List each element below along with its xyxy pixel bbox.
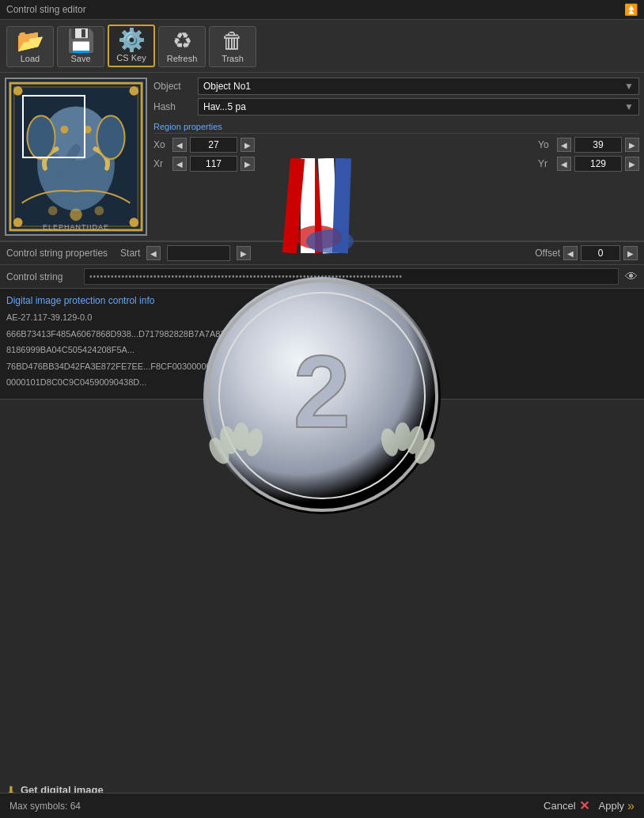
object-label: Object [153, 81, 193, 92]
yr-input[interactable] [574, 156, 622, 172]
svg-point-29 [205, 434, 233, 467]
apply-label: Apply [599, 800, 625, 812]
offset-section: Offset ◀ ▶ [535, 245, 638, 261]
load-button[interactable]: 📂 Load [6, 26, 54, 67]
svg-point-17 [94, 206, 104, 216]
xo-inc-button[interactable]: ▶ [241, 138, 255, 152]
load-label: Load [21, 54, 40, 63]
properties-panel: Object Object No1 ▼ Hash Hav...5 pa ▼ Re… [153, 78, 639, 236]
offset-dec-button[interactable]: ◀ [563, 246, 578, 260]
svg-point-4 [129, 86, 138, 96]
hash-value: Hav...5 pa [203, 101, 246, 112]
apply-arrows-icon: » [627, 799, 635, 813]
xr-input[interactable] [190, 156, 237, 172]
svg-point-35 [395, 422, 411, 451]
svg-point-32 [243, 426, 266, 458]
object-dropdown-arrow: ▼ [624, 81, 634, 92]
yo-dec-button[interactable]: ◀ [557, 138, 571, 152]
svg-point-15 [70, 209, 82, 222]
dip-header: Digital image protection control info [6, 295, 638, 306]
ctrl-props-row: Control string properties Start ◀ ▶ Offs… [0, 241, 644, 265]
dip-line-2: 666B73413F485A6067868D938...D717982828B7… [6, 328, 638, 341]
svg-point-33 [411, 434, 438, 467]
trash-button[interactable]: 🗑 Trash [209, 26, 256, 67]
start-label: Start [120, 248, 140, 259]
start-input[interactable] [167, 245, 230, 261]
cancel-label: Cancel [544, 800, 575, 812]
dip-section: Digital image protection control info AE… [0, 289, 644, 400]
title-bar-text: Control sting editor [6, 4, 86, 15]
cskey-label: CS Key [116, 53, 146, 62]
object-row: Object Object No1 ▼ [153, 78, 639, 95]
apply-button[interactable]: Apply » [599, 799, 635, 813]
yo-label: Yo [538, 139, 554, 150]
cancel-x-icon: ✕ [579, 798, 589, 813]
title-bar: Control sting editor ⏫ [0, 0, 644, 20]
hash-label: Hash [153, 101, 193, 112]
yr-label: Yr [538, 158, 554, 169]
object-select[interactable]: Object No1 ▼ [198, 78, 639, 95]
yr-dec-button[interactable]: ◀ [557, 157, 571, 171]
xr-dec-button[interactable]: ◀ [172, 157, 187, 171]
svg-point-30 [218, 424, 241, 456]
cskey-icon: ⚙️ [118, 29, 146, 51]
offset-inc-button[interactable]: ▶ [623, 246, 638, 260]
cancel-button[interactable]: Cancel ✕ [544, 798, 589, 813]
yo-inc-button[interactable]: ▶ [625, 138, 639, 152]
ctrl-string-label: Control string [6, 271, 78, 282]
trash-icon: 🗑 [222, 30, 244, 52]
offset-label: Offset [535, 248, 560, 259]
ctrl-string-dots: ••••••••••••••••••••••••••••••••••••••••… [84, 268, 619, 285]
dip-line-3b: 0000101D8C0C9C04590090438D... [6, 376, 638, 389]
dip-text: AE-27.117-39.129-0.0 666B73413F485A60678… [6, 311, 638, 389]
object-value: Object No1 [203, 81, 251, 92]
eye-icon[interactable]: 👁 [625, 270, 638, 284]
save-button[interactable]: 💾 Save [57, 26, 104, 67]
refresh-button[interactable]: ♻ Refresh [158, 26, 206, 67]
dip-line-2b: 8186999BA04C505424208F5A... [6, 343, 638, 357]
start-inc-button[interactable]: ▶ [237, 246, 251, 260]
xr-label: Xr [153, 158, 169, 169]
svg-point-31 [233, 422, 249, 451]
xr-inc-button[interactable]: ▶ [241, 157, 255, 171]
top-section: ELEPHANTIIDAE Object Object No1 ▼ Hash H… [0, 73, 644, 241]
save-icon: 💾 [67, 30, 95, 52]
ctrl-string-row: Control string •••••••••••••••••••••••••… [0, 265, 644, 289]
selection-box [22, 95, 85, 158]
hash-dropdown-arrow: ▼ [624, 101, 634, 112]
coord-xo-yo-row: Xo ◀ ▶ Yo ◀ ▶ [153, 137, 639, 153]
refresh-icon: ♻ [172, 30, 192, 52]
start-dec-button[interactable]: ◀ [146, 246, 161, 260]
preview-label: ELEPHANTIIDAE [6, 223, 146, 231]
xo-label: Xo [153, 139, 169, 150]
bottom-bar: Max symbols: 64 Cancel ✕ Apply » [0, 793, 644, 818]
refresh-label: Refresh [167, 54, 198, 63]
yr-inc-button[interactable]: ▶ [625, 157, 639, 171]
ctrl-props-label: Control string properties [6, 248, 108, 259]
collapse-icon[interactable]: ⏫ [624, 3, 638, 16]
hash-row: Hash Hav...5 pa ▼ [153, 98, 639, 116]
xo-dec-button[interactable]: ◀ [172, 138, 187, 152]
region-header: Region properties [153, 120, 639, 134]
yo-input[interactable] [574, 137, 622, 153]
hash-select[interactable]: Hav...5 pa ▼ [198, 98, 639, 116]
svg-point-3 [13, 86, 23, 96]
offset-input[interactable] [581, 245, 620, 261]
preview-image: ELEPHANTIIDAE [5, 78, 147, 236]
svg-point-36 [378, 426, 401, 458]
load-icon: 📂 [17, 30, 44, 52]
coord-xr-yr-row: Xr ◀ ▶ Yr ◀ ▶ [153, 156, 639, 172]
dip-line-1: AE-27.117-39.129-0.0 [6, 311, 638, 324]
svg-point-34 [404, 424, 427, 456]
toolbar: 📂 Load 💾 Save ⚙️ CS Key ♻ Refresh 🗑 Tras… [0, 20, 644, 73]
bottom-actions: Cancel ✕ Apply » [544, 798, 635, 813]
save-label: Save [70, 54, 90, 63]
svg-point-16 [48, 206, 58, 216]
max-symbols: Max symbols: 64 [9, 801, 81, 812]
trash-label: Trash [222, 54, 244, 63]
cskey-button[interactable]: ⚙️ CS Key [108, 25, 155, 67]
xo-input[interactable] [190, 137, 237, 153]
dip-line-3: 76BD476BB34D42FA3E872FE7EE...F8CF0030000… [6, 360, 638, 373]
